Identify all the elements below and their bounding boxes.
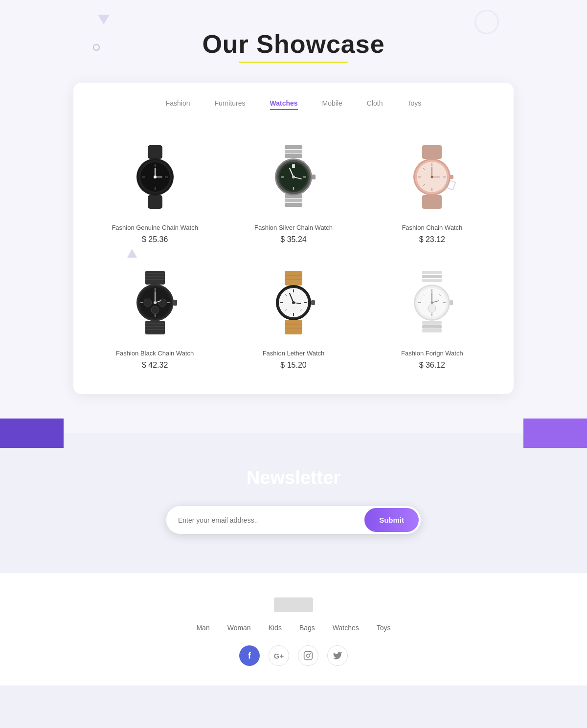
- product-price-4: $ 42.32: [93, 361, 217, 370]
- footer-nav-toys[interactable]: Toys: [377, 624, 391, 632]
- product-price-2: $ 35.24: [231, 235, 355, 244]
- svg-point-89: [292, 301, 295, 304]
- product-image-3: [393, 138, 471, 216]
- svg-rect-69: [173, 300, 177, 306]
- svg-rect-70: [285, 271, 302, 286]
- page-title: Our Showcase: [202, 29, 384, 63]
- svg-point-109: [431, 302, 433, 304]
- svg-rect-111: [304, 652, 313, 660]
- product-name-5: Fashion Lether Watch: [231, 350, 355, 357]
- svg-point-112: [307, 654, 310, 658]
- footer-nav-bags[interactable]: Bags: [299, 624, 315, 632]
- social-facebook-button[interactable]: f: [239, 645, 260, 666]
- tab-furnitures[interactable]: Furnitures: [214, 97, 245, 110]
- svg-rect-14: [285, 154, 302, 158]
- social-googleplus-button[interactable]: G+: [269, 645, 289, 666]
- product-price-6: $ 36.12: [370, 361, 494, 370]
- product-name-2: Fashion Silver Chain Watch: [231, 224, 355, 231]
- svg-rect-12: [285, 145, 302, 149]
- svg-rect-47: [450, 175, 453, 179]
- svg-point-100: [428, 305, 436, 312]
- product-name-4: Fashion Black Chain Watch: [93, 350, 217, 357]
- svg-point-68: [154, 301, 157, 304]
- hero-section: Our Showcase Fashion Furnitures Watches …: [0, 0, 587, 433]
- social-twitter-button[interactable]: [327, 645, 348, 666]
- product-price-1: $ 25.36: [93, 235, 217, 244]
- svg-rect-1: [148, 195, 162, 209]
- tab-mobile[interactable]: Mobile: [322, 97, 342, 110]
- svg-rect-13: [285, 150, 302, 154]
- deco-triangle-left: [127, 249, 137, 258]
- product-price-5: $ 15.20: [231, 361, 355, 370]
- footer: Man Woman Kids Bags Watches Toys f G+: [0, 573, 587, 685]
- svg-rect-94: [422, 321, 442, 325]
- svg-rect-91: [422, 271, 442, 274]
- footer-nav-kids[interactable]: Kids: [269, 624, 282, 632]
- product-name-6: Fashion Forign Watch: [370, 350, 494, 357]
- footer-nav-woman[interactable]: Woman: [227, 624, 251, 632]
- svg-rect-95: [422, 325, 442, 329]
- product-price-3: $ 23.12: [370, 235, 494, 244]
- svg-rect-32: [422, 195, 442, 209]
- tab-toys[interactable]: Toys: [407, 97, 422, 110]
- newsletter-form: Submit: [166, 506, 421, 534]
- svg-point-29: [292, 176, 295, 178]
- svg-rect-16: [285, 199, 302, 202]
- svg-rect-30: [312, 175, 316, 179]
- footer-nav-watches[interactable]: Watches: [333, 624, 359, 632]
- svg-rect-48: [145, 271, 165, 285]
- svg-point-61: [151, 306, 159, 314]
- svg-rect-110: [450, 300, 453, 305]
- svg-point-60: [158, 299, 166, 307]
- svg-point-11: [154, 176, 157, 178]
- svg-point-59: [144, 299, 152, 307]
- showcase-wrapper: Fashion Furnitures Watches Mobile Cloth …: [10, 63, 577, 414]
- product-image-6: [393, 264, 471, 342]
- product-image-4: [116, 264, 194, 342]
- svg-rect-0: [148, 145, 162, 159]
- svg-rect-93: [422, 279, 442, 282]
- svg-rect-17: [285, 203, 302, 207]
- newsletter-title: Newsletter: [10, 467, 577, 488]
- product-card-1[interactable]: Fashion Genuine Chain Watch $ 25.36: [93, 138, 217, 244]
- newsletter-section: Newsletter Submit: [0, 433, 587, 573]
- category-tabs: Fashion Furnitures Watches Mobile Cloth …: [93, 97, 494, 118]
- tab-watches[interactable]: Watches: [270, 97, 298, 110]
- product-card-4[interactable]: Fashion Black Chain Watch $ 42.32: [93, 264, 217, 370]
- footer-socials: f G+: [10, 645, 577, 666]
- svg-rect-31: [422, 145, 442, 159]
- social-instagram-button[interactable]: [298, 645, 318, 666]
- product-card-5[interactable]: Fashion Lether Watch $ 15.20: [231, 264, 355, 370]
- svg-rect-73: [285, 320, 302, 334]
- product-image-5: [254, 264, 333, 342]
- deco-triangle-top: [98, 15, 110, 24]
- footer-nav-man[interactable]: Man: [196, 624, 209, 632]
- products-grid: Fashion Genuine Chain Watch $ 25.36: [93, 138, 494, 370]
- svg-rect-90: [311, 300, 315, 305]
- deco-circle-left: [93, 44, 100, 51]
- tab-cloth[interactable]: Cloth: [367, 97, 383, 110]
- product-name-3: Fashion Chain Watch: [370, 224, 494, 231]
- svg-point-46: [431, 176, 433, 178]
- newsletter-email-input[interactable]: [166, 506, 362, 534]
- svg-point-113: [310, 653, 311, 654]
- newsletter-submit-button[interactable]: Submit: [364, 508, 419, 532]
- svg-rect-96: [422, 329, 442, 332]
- product-card-2[interactable]: Fashion Silver Chain Watch $ 35.24: [231, 138, 355, 244]
- svg-rect-52: [145, 321, 165, 334]
- product-image-2: [254, 138, 333, 216]
- product-name-1: Fashion Genuine Chain Watch: [93, 224, 217, 231]
- product-image-1: [116, 138, 194, 216]
- footer-logo: [274, 597, 313, 612]
- footer-nav: Man Woman Kids Bags Watches Toys: [10, 624, 577, 632]
- deco-circle-top: [474, 10, 499, 34]
- svg-rect-26: [292, 164, 295, 168]
- product-card-6[interactable]: Fashion Forign Watch $ 36.12: [370, 264, 494, 370]
- svg-rect-92: [422, 275, 442, 278]
- showcase-container: Fashion Furnitures Watches Mobile Cloth …: [73, 83, 514, 394]
- product-card-3[interactable]: Fashion Chain Watch $ 23.12: [370, 138, 494, 244]
- tab-fashion[interactable]: Fashion: [166, 97, 190, 110]
